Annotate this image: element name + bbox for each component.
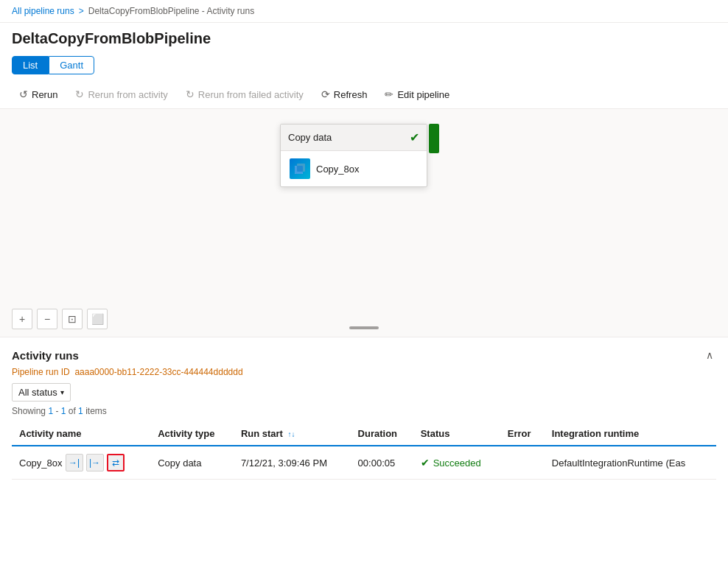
- section-title: Activity runs: [12, 349, 79, 362]
- showing-text: Showing 1 - 1 of 1 items: [12, 406, 716, 416]
- col-integration-runtime: Integration runtime: [545, 422, 716, 446]
- cell-integration-runtime: DefaultIntegrationRuntime (Eas: [545, 446, 716, 480]
- rerun-from-activity-button[interactable]: ↻ Rerun from activity: [68, 85, 175, 104]
- cell-run-start: 7/12/21, 3:09:46 PM: [234, 446, 351, 480]
- list-view-button[interactable]: List: [12, 56, 49, 74]
- toolbar: ↺ Rerun ↻ Rerun from activity ↻ Rerun fr…: [0, 80, 728, 109]
- breadcrumb-current: DeltaCopyFromBlobPipeline - Activity run…: [88, 6, 254, 16]
- cell-activity-type: Copy data: [150, 446, 234, 480]
- col-duration: Duration: [351, 422, 413, 446]
- rerun-button[interactable]: ↺ Rerun: [12, 85, 65, 104]
- page-title: DeltaCopyFromBlobPipeline: [0, 23, 728, 53]
- col-error: Error: [500, 422, 545, 446]
- section-header: Activity runs ∧: [12, 346, 716, 364]
- zoom-in-button[interactable]: +: [12, 309, 32, 329]
- col-status: Status: [413, 422, 500, 446]
- view-toggle: List Gantt: [0, 53, 728, 80]
- table-header-row: Activity name Activity type Run start ↑↓…: [12, 422, 716, 446]
- chevron-down-icon: ▾: [60, 388, 64, 396]
- activity-card-title: Copy data: [288, 132, 332, 143]
- showing-end: 1: [61, 406, 66, 416]
- canvas-toolbar: + − ⊡ ⬜: [12, 309, 108, 329]
- cell-status: ✔ Succeeded: [413, 446, 500, 480]
- zoom-out-button[interactable]: −: [37, 309, 57, 329]
- cell-error: [500, 446, 545, 480]
- rerun-action-button[interactable]: ⇄: [107, 454, 125, 471]
- table-header: Activity name Activity type Run start ↑↓…: [12, 422, 716, 446]
- activity-card: Copy data ✔ Copy_8ox: [280, 124, 427, 187]
- filter-row: All status ▾: [12, 383, 716, 402]
- activity-card-header: Copy data ✔: [281, 125, 427, 151]
- scroll-indicator: [349, 326, 379, 329]
- showing-total: 1: [78, 406, 83, 416]
- reset-view-button[interactable]: ⬜: [87, 309, 108, 329]
- breadcrumb: All pipeline runs > DeltaCopyFromBlobPip…: [0, 0, 728, 23]
- col-run-start[interactable]: Run start ↑↓: [234, 422, 351, 446]
- refresh-icon: ⟳: [321, 88, 330, 100]
- activity-name-label: Copy_8ox: [316, 164, 360, 175]
- action-icons: →| |→ ⇄: [66, 454, 125, 471]
- edit-icon: ✏: [385, 88, 393, 100]
- svg-rect-2: [295, 166, 303, 174]
- edit-pipeline-button[interactable]: ✏ Edit pipeline: [377, 85, 457, 104]
- sort-icon: ↑↓: [288, 430, 295, 438]
- refresh-button[interactable]: ⟳ Refresh: [314, 85, 375, 104]
- pipeline-canvas: Copy data ✔ Copy_8ox + − ⊡ ⬜: [0, 109, 728, 337]
- success-check-icon: ✔: [410, 130, 419, 144]
- cell-activity-name: Copy_8ox →| |→ ⇄: [12, 446, 150, 480]
- fit-view-button[interactable]: ⊡: [62, 309, 83, 329]
- rerun-failed-icon: ↻: [186, 88, 195, 100]
- status-success-icon: ✔: [421, 457, 430, 469]
- breadcrumb-all-runs[interactable]: All pipeline runs: [12, 6, 74, 16]
- showing-start: 1: [48, 406, 53, 416]
- output-action-button[interactable]: |→: [86, 454, 104, 471]
- table-body: Copy_8ox →| |→ ⇄ Copy data 7/12/21, 3:09…: [12, 446, 716, 480]
- rerun-activity-icon: ↻: [75, 88, 84, 100]
- cell-duration: 00:00:05: [351, 446, 413, 480]
- gantt-view-button[interactable]: Gantt: [49, 56, 94, 74]
- activity-card-body[interactable]: Copy_8ox: [281, 151, 427, 186]
- rerun-from-failed-button[interactable]: ↻ Rerun from failed activity: [178, 85, 311, 104]
- collapse-button[interactable]: ∧: [703, 346, 716, 364]
- col-activity-name: Activity name: [12, 422, 150, 446]
- breadcrumb-separator: >: [79, 6, 84, 16]
- activity-runs-section: Activity runs ∧ Pipeline run ID aaaa0000…: [0, 337, 728, 480]
- copy-data-icon: [290, 158, 310, 179]
- col-activity-type: Activity type: [150, 422, 234, 446]
- runs-table: Activity name Activity type Run start ↑↓…: [12, 422, 716, 480]
- pipeline-run-id: Pipeline run ID aaaa0000-bb11-2222-33cc-…: [12, 367, 716, 377]
- input-action-button[interactable]: →|: [66, 454, 83, 471]
- status-filter[interactable]: All status ▾: [12, 383, 71, 402]
- table-row: Copy_8ox →| |→ ⇄ Copy data 7/12/21, 3:09…: [12, 446, 716, 480]
- status-text: Succeeded: [433, 457, 481, 469]
- pipeline-run-id-value: aaaa0000-bb11-2222-33cc-444444dddddd: [74, 367, 242, 377]
- rerun-icon: ↺: [19, 88, 28, 100]
- success-indicator: [429, 124, 439, 153]
- activity-name-text: Copy_8ox: [19, 457, 63, 469]
